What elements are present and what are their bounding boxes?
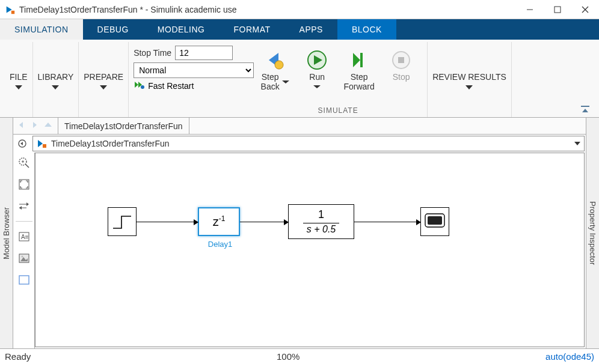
chevron-down-icon [100,85,107,89]
window-title: TimeDelay1stOrderTransferFun * - Simulin… [19,5,516,14]
stop-button[interactable]: Stop [380,46,422,94]
ribbon-group-review[interactable]: REVIEW RESULTS [428,42,512,117]
chevron-down-icon [282,80,289,83]
svg-marker-23 [20,142,23,145]
fit-view-tool[interactable] [17,178,31,191]
zoom-tool[interactable] [17,156,31,169]
ribbon-collapse-button[interactable] [580,42,594,117]
svg-point-8 [141,85,144,89]
svg-marker-6 [135,82,138,88]
svg-rect-1 [11,10,14,13]
status-bar: Ready 100% auto(ode45) [0,348,599,364]
tab-simulation[interactable]: SIMULATION [0,19,83,40]
chevron-down-icon [313,85,321,88]
svg-rect-3 [554,7,561,13]
chevron-down-icon [15,85,22,89]
simulate-group-caption: SIMULATE [318,106,358,116]
maximize-button[interactable] [544,0,571,19]
svg-marker-18 [582,109,588,112]
svg-point-39 [21,256,23,258]
nav-forward-icon[interactable] [30,121,40,132]
svg-marker-19 [19,122,23,128]
nav-up-icon[interactable] [43,121,53,132]
editor-panel: TimeDelay1stOrderTransferFun TimeDelay1s… [13,118,586,348]
svg-marker-24 [38,140,43,147]
svg-rect-40 [19,276,29,284]
model-canvas[interactable]: z-1 Delay1 1 s + 0.5 [35,153,585,347]
close-button[interactable] [571,0,599,19]
editor-nav-row: TimeDelay1stOrderTransferFun [13,118,586,135]
area-tool[interactable] [17,273,31,287]
svg-marker-0 [7,6,12,13]
status-solver[interactable]: auto(ode45) [545,351,594,362]
signal-wire[interactable] [240,222,288,222]
chevron-down-icon [465,85,473,89]
window-titlebar: TimeDelay1stOrderTransferFun * - Simulin… [0,0,599,19]
stop-time-label: Stop Time [134,48,171,58]
step-forward-button[interactable]: Step Forward [338,46,380,94]
prepare-label: PREPARE [84,72,123,82]
svg-line-27 [25,164,29,168]
svg-rect-14 [360,53,363,67]
editor-main-area: Model Browser TimeDelay1stOrderTransferF… [0,118,599,348]
canvas-toolbar: A≡ [13,153,35,348]
svg-marker-34 [19,206,22,210]
library-label: LIBRARY [38,72,74,82]
svg-marker-20 [33,122,37,128]
toolbar-separator [16,221,32,222]
ribbon-group-file[interactable]: FILE [5,42,33,117]
tab-block[interactable]: BLOCK [337,19,396,40]
signal-wire[interactable] [354,222,420,222]
svg-rect-42 [428,216,442,225]
stop-time-input[interactable] [175,46,233,60]
editor-path-row: TimeDelay1stOrderTransferFun [13,135,586,153]
nav-back-icon[interactable] [17,121,26,132]
fast-restart-button[interactable]: Fast Restart [134,80,254,91]
review-results-label: REVIEW RESULTS [432,72,506,82]
sample-time-tool[interactable] [17,199,31,213]
tab-apps[interactable]: APPS [285,19,337,40]
svg-marker-13 [353,53,360,67]
sim-mode-select[interactable]: Normal [134,62,254,78]
signal-wire[interactable] [137,222,198,222]
simulink-app-icon [5,4,16,15]
chevron-down-icon [574,142,580,145]
tab-modeling[interactable]: MODELING [143,19,220,40]
status-ready: Ready [5,351,31,362]
ribbon-tabs: SIMULATION DEBUG MODELING FORMAT APPS BL… [0,19,599,40]
svg-point-10 [275,61,283,69]
svg-marker-33 [26,202,29,206]
image-tool[interactable] [17,252,31,265]
svg-rect-16 [398,57,404,63]
file-label: FILE [10,72,28,82]
editor-canvas-row: A≡ z-1 Delay1 1 s + 0.5 [13,153,586,348]
annotation-tool[interactable]: A≡ [17,230,31,243]
ribbon-group-library[interactable]: LIBRARY [33,42,79,117]
svg-rect-25 [43,144,46,148]
svg-marker-21 [45,123,52,127]
status-zoom[interactable]: 100% [31,351,545,362]
fast-restart-icon [134,80,144,91]
model-icon [37,138,48,149]
block-scope[interactable] [420,207,449,236]
run-button[interactable]: Run [296,46,338,94]
model-browser-tab[interactable]: Model Browser [0,118,13,348]
editor-breadcrumb[interactable]: TimeDelay1stOrderTransferFun [58,118,189,134]
ribbon-body: FILE LIBRARY PREPARE Stop Time Normal Fa… [0,40,599,118]
svg-text:A≡: A≡ [21,234,29,240]
block-transfer-function[interactable]: 1 s + 0.5 [288,204,354,239]
block-delay-label[interactable]: Delay1 [205,240,235,249]
block-step-source[interactable] [108,207,137,236]
tab-format[interactable]: FORMAT [220,19,285,40]
ribbon-group-simulate-settings: Stop Time Normal Fast Restart [129,42,254,117]
ribbon-group-prepare[interactable]: PREPARE [79,42,129,117]
ribbon-group-simulate: Step Back Run Step Forward Stop SIMULATE [254,42,428,117]
tab-debug[interactable]: DEBUG [83,19,143,40]
model-path-bar[interactable]: TimeDelay1stOrderTransferFun [32,136,585,151]
step-back-button[interactable]: Step Back [254,46,296,94]
block-delay[interactable]: z-1 [198,207,240,236]
chevron-down-icon [52,85,59,89]
minimize-button[interactable] [516,0,544,19]
hide-nav-icon[interactable] [16,139,29,148]
property-inspector-tab[interactable]: Property Inspector [586,118,599,348]
